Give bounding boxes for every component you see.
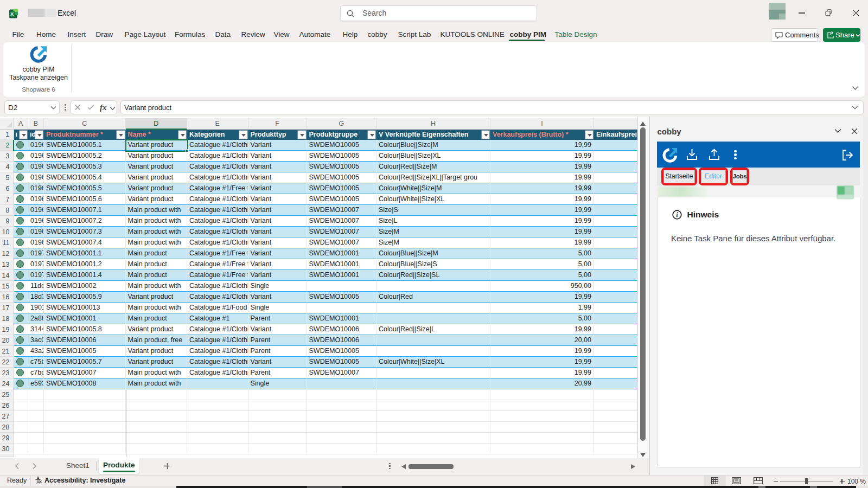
svg-text:X: X (10, 11, 14, 17)
svg-text:i: i (676, 211, 678, 218)
